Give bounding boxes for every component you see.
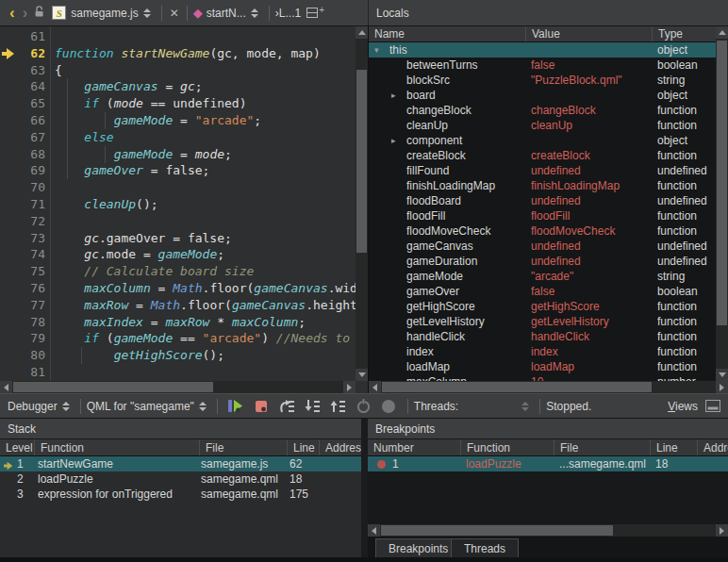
code-line[interactable]: 77 maxRow = Math.floor(gameCanvas.height: [0, 297, 356, 314]
line-number[interactable]: 63: [0, 62, 45, 79]
go-back-icon[interactable]: ‹: [6, 6, 19, 21]
column-header-file[interactable]: File: [554, 439, 650, 455]
column-header-function[interactable]: Function: [460, 439, 554, 455]
code-line[interactable]: 65 if (mode == undefined): [0, 95, 356, 112]
code-line[interactable]: 80 getHighScore();: [0, 347, 356, 364]
line-number[interactable]: 61: [0, 28, 45, 45]
code-line[interactable]: 76 maxColumn = Math.floor(gameCanvas.wid…: [0, 280, 356, 297]
locals-row[interactable]: handleClickhandleClickfunction: [369, 329, 716, 344]
code-line[interactable]: 62function startNewGame(gc, mode, map): [0, 45, 356, 62]
locals-row[interactable]: floodMoveCheckfloodMoveCheckfunction: [369, 223, 716, 239]
line-number[interactable]: 76: [0, 280, 45, 297]
line-number[interactable]: 81: [0, 364, 45, 381]
code-line[interactable]: 78 maxIndex = maxRow * maxColumn;: [0, 314, 356, 331]
scroll-up-icon[interactable]: [716, 26, 728, 39]
record-icon[interactable]: [377, 396, 401, 417]
code-editor[interactable]: 6162function startNewGame(gc, mode, map)…: [0, 26, 368, 393]
locals-row[interactable]: gameCanvasundefinedundefined: [369, 239, 716, 254]
continue-debug-icon[interactable]: [224, 396, 248, 417]
scroll-down-icon[interactable]: [356, 369, 368, 381]
column-header-line[interactable]: Line: [650, 439, 697, 455]
scrollbar-thumb[interactable]: [717, 41, 727, 325]
line-number[interactable]: 73: [0, 230, 45, 247]
scrollbar-thumb[interactable]: [13, 382, 213, 392]
views-dropdown-icon[interactable]: [705, 400, 720, 412]
line-number[interactable]: 78: [0, 314, 45, 331]
document-dropdown-icon[interactable]: [143, 8, 151, 18]
code-line[interactable]: 66 gameMode = "arcade";: [0, 112, 356, 129]
code-line[interactable]: 71 cleanUp();: [0, 196, 356, 213]
locals-row[interactable]: gameOverfalseboolean: [369, 284, 716, 299]
go-forward-icon[interactable]: ›: [19, 6, 32, 21]
open-document-name[interactable]: samegame.js: [71, 7, 138, 20]
code-line[interactable]: 63{: [0, 62, 356, 79]
locals-row[interactable]: createBlockcreateBlockfunction: [369, 148, 716, 163]
locals-row[interactable]: maxColumn10number: [369, 374, 716, 381]
line-number[interactable]: 65: [0, 95, 45, 112]
locals-row[interactable]: finishLoadingMapfinishLoadingMapfunction: [369, 178, 716, 193]
code-line[interactable]: 61: [0, 28, 356, 45]
scroll-left-icon[interactable]: [0, 381, 12, 393]
tab-threads[interactable]: Threads: [451, 538, 519, 558]
breakpoints-column-header[interactable]: Number Function File Line Address: [368, 439, 728, 456]
locals-row[interactable]: cleanUpcleanUpfunction: [369, 118, 716, 133]
expand-icon[interactable]: ▸: [391, 133, 396, 148]
locals-column-header[interactable]: Name Value Type: [369, 26, 716, 42]
line-number[interactable]: 75: [0, 263, 45, 280]
collapse-icon[interactable]: ▾: [374, 42, 379, 58]
locals-row[interactable]: getHighScoregetHighScorefunction: [369, 299, 716, 314]
code-line[interactable]: 68 gameMode = mode;: [0, 146, 356, 163]
tab-breakpoints[interactable]: Breakpoints: [375, 538, 461, 558]
code-line[interactable]: 64 gameCanvas = gc;: [0, 78, 356, 95]
column-header-number[interactable]: Number: [368, 439, 460, 455]
breakpoint-row[interactable]: 1loadPuzzle...samegame.qml18: [368, 456, 728, 471]
line-number[interactable]: 64: [0, 78, 45, 95]
scroll-right-icon[interactable]: [716, 381, 728, 393]
locals-row[interactable]: ▸boardobject: [369, 88, 716, 103]
scroll-right-icon[interactable]: [343, 381, 356, 393]
locals-vscrollbar[interactable]: [716, 26, 728, 381]
code-line[interactable]: 69 gameOver = false;: [0, 162, 356, 179]
locals-row[interactable]: blockSrc"PuzzleBlock.qml"string: [369, 73, 716, 88]
locals-row[interactable]: gameDurationundefinedundefined: [369, 254, 716, 269]
stack-column-header[interactable]: Level Function File Line Address: [0, 439, 361, 456]
step-into-icon[interactable]: [301, 396, 324, 417]
locals-row[interactable]: betweenTurnsfalseboolean: [369, 58, 716, 73]
step-over-icon[interactable]: [275, 396, 299, 417]
stop-debug-icon[interactable]: [250, 396, 273, 417]
locals-row[interactable]: gameMode"arcade"string: [369, 269, 716, 284]
code-line[interactable]: 74 gc.mode = gameMode;: [0, 246, 356, 263]
line-number[interactable]: 68: [0, 146, 45, 163]
locals-row[interactable]: changeBlockchangeBlockfunction: [369, 103, 716, 118]
engine-dropdown-icon[interactable]: [62, 402, 70, 411]
restart-debug-icon[interactable]: [352, 396, 375, 417]
symbol-dropdown-icon[interactable]: [251, 8, 258, 18]
code-line[interactable]: 75 // Calculate board size: [0, 263, 356, 280]
line-number[interactable]: 80: [0, 347, 45, 364]
line-column-indicator[interactable]: ›L...1: [275, 7, 301, 20]
scrollbar-thumb[interactable]: [382, 382, 652, 392]
locals-row[interactable]: indexindexfunction: [369, 344, 716, 359]
expand-icon[interactable]: ▸: [391, 88, 396, 103]
code-line[interactable]: 73 gc.gameOver = false;: [0, 230, 356, 247]
locals-row[interactable]: getLevelHistorygetLevelHistoryfunction: [369, 314, 716, 329]
scroll-left-icon[interactable]: [369, 381, 381, 393]
column-header-type[interactable]: Type: [652, 26, 716, 41]
breakpoints-hscrollbar[interactable]: [368, 524, 728, 537]
debugger-engine-select[interactable]: Debugger: [8, 400, 58, 413]
line-number[interactable]: 67: [0, 129, 45, 146]
locals-row[interactable]: ▾thisobject: [369, 42, 716, 58]
locals-row[interactable]: loadMaploadMapfunction: [369, 359, 716, 374]
locals-row[interactable]: ▸componentobject: [369, 133, 716, 148]
run-config-select[interactable]: QML for "samegame": [87, 400, 194, 413]
editor-vscrollbar[interactable]: [356, 26, 368, 381]
column-header-line[interactable]: Line: [287, 439, 319, 455]
line-number[interactable]: 77: [0, 297, 45, 314]
views-menu-button[interactable]: Views: [668, 400, 698, 413]
locals-row[interactable]: floodFillfloodFillfunction: [369, 208, 716, 223]
split-editor-icon[interactable]: [306, 8, 318, 18]
run-config-dropdown-icon[interactable]: [199, 402, 207, 411]
line-number[interactable]: 71: [0, 196, 45, 213]
column-header-address[interactable]: Address: [319, 439, 361, 455]
scrollbar-thumb[interactable]: [381, 525, 613, 536]
